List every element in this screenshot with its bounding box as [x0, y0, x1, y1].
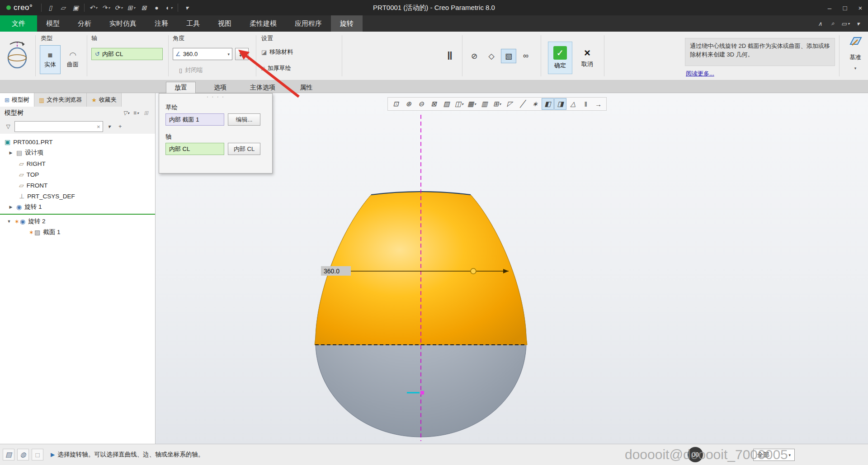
- model-tree-toggle-button[interactable]: ▤: [3, 449, 14, 460]
- zoom-in-button[interactable]: ⊕: [402, 98, 415, 110]
- tree-item-top-plane[interactable]: ▱ TOP: [0, 169, 155, 180]
- selection-filter-combo[interactable]: 全部 ▾: [753, 449, 795, 461]
- tab-body-options[interactable]: 主体选项: [242, 82, 283, 93]
- browser-toggle-button[interactable]: ◍: [17, 449, 29, 460]
- zoom-window-button[interactable]: ⊡: [390, 98, 402, 110]
- insert-here-indicator[interactable]: [0, 214, 155, 215]
- regenerate-button[interactable]: ⟳▾: [113, 2, 124, 14]
- saved-orientations-button[interactable]: ▦▾: [466, 98, 478, 110]
- tab-file[interactable]: 文件: [0, 15, 37, 32]
- tree-list-button[interactable]: ≡▾: [132, 108, 141, 117]
- verify-feature-button[interactable]: ◇: [484, 49, 499, 63]
- datum-plane-icon[interactable]: [844, 35, 866, 50]
- maximize-button[interactable]: □: [837, 0, 853, 15]
- expand-search-button[interactable]: +: [116, 122, 125, 131]
- axis-collector-field[interactable]: 内部 CL: [165, 143, 224, 155]
- tab-placement[interactable]: 放置: [166, 82, 196, 93]
- angle-dimension-value[interactable]: 360.0: [324, 268, 340, 275]
- capped-ends-option[interactable]: ▯ 封闭端: [179, 66, 203, 74]
- search-options-button[interactable]: ▾: [105, 122, 114, 131]
- ok-button[interactable]: ✓ 确定: [548, 42, 572, 74]
- close-window-button[interactable]: ⊠: [138, 2, 149, 14]
- panel-drag-handle[interactable]: · · · ·: [159, 94, 272, 101]
- tabbar-more-button[interactable]: ▾: [853, 18, 863, 29]
- tree-item-front-plane[interactable]: ▱ FRONT: [0, 180, 155, 191]
- sketch-display-button[interactable]: ╱: [516, 98, 528, 110]
- glasses-preview-button[interactable]: ∞: [518, 49, 533, 63]
- sketch-collector-field[interactable]: 内部 截面 1: [165, 113, 224, 126]
- read-more-link[interactable]: 阅读更多...: [686, 70, 714, 78]
- sketch-point-marker[interactable]: [420, 391, 424, 395]
- repaint-button[interactable]: ▨: [440, 98, 453, 110]
- tab-flexible-modeling[interactable]: 柔性建模: [241, 15, 286, 32]
- tree-settings-button[interactable]: ⊞: [142, 108, 151, 117]
- save-button[interactable]: ▣: [70, 2, 81, 14]
- tree-search-box[interactable]: ×: [14, 121, 103, 132]
- tab-model[interactable]: 模型: [37, 15, 69, 32]
- internal-cl-button[interactable]: 内部 CL: [228, 143, 260, 155]
- angle-value-combo[interactable]: ∠ 360.0 ▾: [173, 48, 232, 60]
- tab-annotate[interactable]: 注释: [146, 15, 177, 32]
- surface-type-button[interactable]: ◠ 曲面: [62, 45, 83, 74]
- thicken-sketch-option[interactable]: □ 加厚草绘: [261, 64, 291, 72]
- tree-item-csys[interactable]: ⊥ PRT_CSYS_DEF: [0, 191, 155, 202]
- solid-type-button[interactable]: ■ 实体: [40, 45, 61, 74]
- chevron-down-icon[interactable]: ▾: [844, 66, 866, 70]
- cancel-button[interactable]: × 取消: [576, 42, 599, 74]
- no-preview-button[interactable]: ⊘: [467, 49, 482, 63]
- tab-tools[interactable]: 工具: [177, 15, 209, 32]
- tab-options[interactable]: 选项: [206, 82, 235, 93]
- more-commands-button[interactable]: ▾: [181, 2, 192, 14]
- model-display-button[interactable]: ◐▾: [164, 2, 175, 14]
- section-display-button[interactable]: ◨: [554, 98, 566, 110]
- tree-item-revolve-2[interactable]: ▼ ∗ ◉ 旋转 2: [0, 216, 155, 227]
- window-manager-button[interactable]: ⊞▾: [126, 2, 137, 14]
- tab-analysis[interactable]: 分析: [69, 15, 100, 32]
- command-search-button[interactable]: ⌕: [827, 18, 838, 29]
- redo-button[interactable]: ↷▾: [100, 2, 111, 14]
- tree-item-revolve-1[interactable]: ▶ ◉ 旋转 1: [0, 202, 155, 212]
- edit-sketch-button[interactable]: 编辑...: [228, 113, 260, 126]
- minimize-button[interactable]: –: [822, 0, 837, 15]
- view-manager-button[interactable]: ▥: [478, 98, 491, 110]
- tab-applications[interactable]: 应用程序: [286, 15, 331, 32]
- expander-icon[interactable]: ▶: [8, 205, 14, 209]
- remove-material-option[interactable]: ◪ 移除材料: [261, 48, 293, 56]
- window-settings-button[interactable]: ▭▾: [840, 18, 851, 29]
- display-style-button[interactable]: ◫▾: [453, 98, 465, 110]
- tree-item-right-plane[interactable]: ▱ RIGHT: [0, 158, 155, 169]
- tab-model-tree[interactable]: ⊞ 模型树: [0, 93, 34, 107]
- blank-toggle-button[interactable]: □: [32, 449, 43, 460]
- open-file-button[interactable]: ▱: [57, 2, 68, 14]
- tab-live-simulation[interactable]: 实时仿真: [100, 15, 146, 32]
- datum-display-button[interactable]: ◧: [542, 98, 554, 110]
- expander-icon[interactable]: ▶: [8, 150, 14, 155]
- tree-search-input[interactable]: [17, 123, 97, 130]
- tree-item-part[interactable]: ▣ PRT0001.PRT: [0, 136, 155, 147]
- exit-display-button[interactable]: →: [592, 98, 604, 110]
- close-button[interactable]: ×: [853, 0, 868, 15]
- flip-angle-direction-button[interactable]: ⇄: [235, 48, 249, 60]
- tree-item-section-1[interactable]: ∗ ▨ 截面 1: [0, 227, 155, 238]
- new-file-button[interactable]: ▯: [45, 2, 56, 14]
- tab-favorites[interactable]: ★ 收藏夹: [87, 93, 122, 107]
- attached-preview-button[interactable]: ▧: [501, 49, 516, 63]
- annotation-display-button[interactable]: ◸: [504, 98, 516, 110]
- sim-display-button[interactable]: △: [567, 98, 579, 110]
- material-sphere-button[interactable]: ●: [151, 2, 162, 14]
- datum-label[interactable]: 基准: [844, 53, 866, 61]
- spin-center-button[interactable]: ∗: [529, 98, 541, 110]
- zoom-out-button[interactable]: ⊖: [415, 98, 427, 110]
- clear-search-icon[interactable]: ×: [97, 123, 100, 130]
- tab-view[interactable]: 视图: [209, 15, 241, 32]
- tab-revolve[interactable]: 旋转: [331, 15, 363, 32]
- refit-button[interactable]: ⊠: [428, 98, 440, 110]
- pause-feature-button[interactable]: ‖: [442, 49, 458, 63]
- tab-properties[interactable]: 属性: [292, 82, 321, 93]
- capture-button[interactable]: ⊞▾: [491, 98, 503, 110]
- undo-button[interactable]: ↶▾: [88, 2, 99, 14]
- revolve-axis-field[interactable]: ↺ 内部 CL: [91, 48, 163, 60]
- tab-folder-browser[interactable]: ▥ 文件夹浏览器: [34, 93, 87, 107]
- tree-filter-button[interactable]: ▽▾: [122, 108, 131, 117]
- expander-icon[interactable]: ▼: [6, 219, 12, 224]
